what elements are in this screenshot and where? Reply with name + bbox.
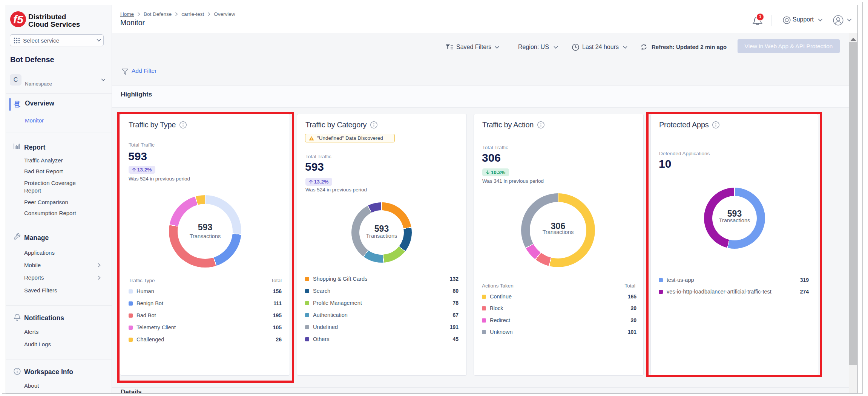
svg-text:f5: f5 (13, 13, 24, 26)
